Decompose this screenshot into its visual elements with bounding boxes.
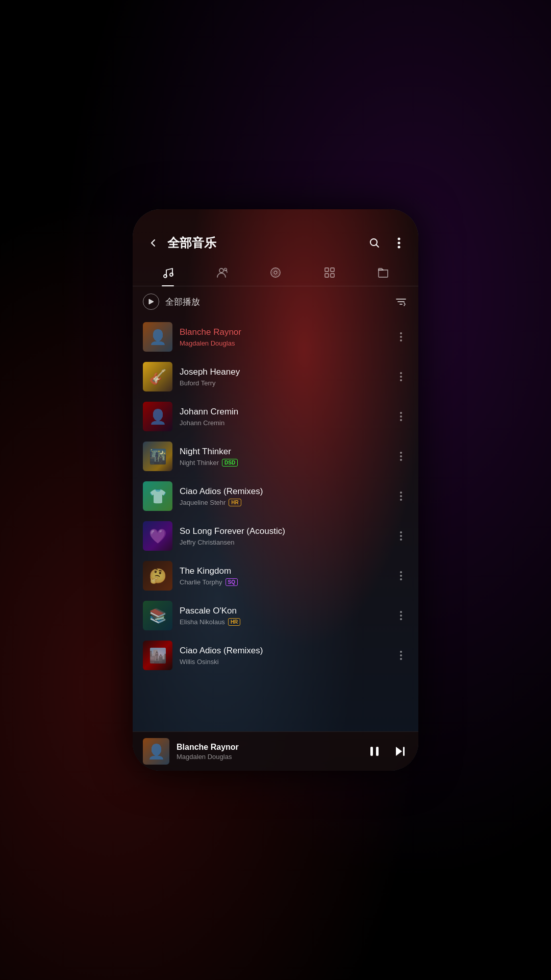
tab-songs[interactable]: [141, 261, 195, 284]
song-artist: Jeffry Christiansen: [180, 538, 234, 546]
svg-rect-17: [403, 747, 405, 756]
song-artist: Jaqueline Stehr: [180, 499, 226, 506]
now-playing-info: Blanche Raynor Magdalen Douglas: [177, 743, 359, 761]
tab-artists[interactable]: [195, 261, 249, 284]
back-button[interactable]: [145, 235, 161, 251]
song-meta: Jeffry Christiansen: [180, 538, 387, 546]
now-playing-bar[interactable]: 👤 Blanche Raynor Magdalen Douglas: [133, 731, 418, 771]
sort-button[interactable]: [394, 295, 408, 309]
song-meta: Elisha Nikolaus HR: [180, 618, 387, 626]
song-title: Night Thinker: [180, 447, 387, 457]
song-thumbnail: 👕: [143, 481, 172, 511]
song-thumbnail: 👤: [143, 322, 172, 352]
song-list: 👤 Blanche Raynor Magdalen Douglas 🎸: [133, 317, 418, 731]
song-thumbnail: 🤔: [143, 561, 172, 591]
svg-rect-16: [376, 747, 379, 756]
song-title: Pascale O'Kon: [180, 606, 387, 616]
song-meta: Charlie Torphy SQ: [180, 578, 387, 586]
song-item[interactable]: 👕 Ciao Adios (Remixes) Jaqueline Stehr H…: [133, 476, 418, 516]
song-item[interactable]: 👤 Blanche Raynor Magdalen Douglas: [133, 317, 418, 357]
svg-point-9: [274, 271, 277, 274]
song-more-button[interactable]: [394, 569, 408, 583]
song-item[interactable]: 🤔 The Kingdom Charlie Torphy SQ: [133, 556, 418, 596]
song-more-button[interactable]: [394, 330, 408, 344]
song-more-button[interactable]: [394, 608, 408, 623]
song-meta: Willis Osinski: [180, 658, 387, 666]
song-meta: Jaqueline Stehr HR: [180, 499, 387, 506]
svg-rect-12: [331, 268, 334, 272]
song-item[interactable]: 💜 So Long Forever (Acoustic) Jeffry Chri…: [133, 516, 418, 556]
now-playing-thumb: 👤: [143, 738, 169, 765]
svg-rect-11: [325, 268, 329, 272]
header-actions: [367, 236, 406, 250]
artist-icon: [214, 265, 229, 280]
svg-rect-15: [370, 747, 373, 756]
song-title: The Kingdom: [180, 566, 387, 576]
song-item[interactable]: 📚 Pascale O'Kon Elisha Nikolaus HR: [133, 596, 418, 635]
song-artist: Johann Cremin: [180, 419, 224, 427]
song-more-button[interactable]: [394, 370, 408, 384]
now-playing-artist: Magdalen Douglas: [177, 753, 359, 761]
song-artist: Buford Terry: [180, 379, 216, 387]
song-meta: Magdalen Douglas: [180, 339, 387, 347]
song-item[interactable]: 🌃 Night Thinker Night Thinker DSD: [133, 436, 418, 476]
song-info: Night Thinker Night Thinker DSD: [180, 447, 387, 467]
svg-point-10: [272, 270, 279, 276]
quality-badge: DSD: [222, 459, 238, 467]
song-artist: Night Thinker: [180, 459, 219, 467]
tab-grid[interactable]: [303, 261, 357, 284]
song-meta: Johann Cremin: [180, 419, 387, 427]
music-note-icon: [161, 265, 175, 280]
svg-point-1: [398, 238, 400, 240]
song-title: Johann Cremin: [180, 407, 387, 417]
now-playing-title: Blanche Raynor: [177, 743, 359, 752]
song-more-button[interactable]: [394, 449, 408, 463]
song-more-button[interactable]: [394, 409, 408, 424]
song-artist: Magdalen Douglas: [180, 339, 235, 347]
tab-bar: [133, 257, 418, 286]
song-info: Johann Cremin Johann Cremin: [180, 407, 387, 427]
next-button[interactable]: [392, 743, 408, 760]
song-item[interactable]: 🏙️ Ciao Adios (Remixes) Willis Osinski: [133, 635, 418, 675]
song-artist: Willis Osinski: [180, 658, 219, 666]
playback-controls: [366, 743, 408, 760]
song-item[interactable]: 🎸 Joseph Heaney Buford Terry: [133, 357, 418, 397]
more-menu-button[interactable]: [392, 236, 406, 250]
song-artist: Charlie Torphy: [180, 578, 222, 586]
tab-albums[interactable]: [248, 261, 303, 284]
song-more-button[interactable]: [394, 648, 408, 663]
play-all-label: 全部播放: [165, 296, 388, 308]
song-more-button[interactable]: [394, 529, 408, 543]
header: 全部音乐: [133, 209, 418, 257]
song-thumbnail: 📚: [143, 601, 172, 630]
song-item[interactable]: 👤 Johann Cremin Johann Cremin: [133, 397, 418, 436]
svg-point-3: [398, 246, 400, 249]
play-all-bar: 全部播放: [133, 286, 418, 317]
svg-rect-14: [331, 274, 334, 277]
song-title: Blanche Raynor: [180, 327, 387, 337]
song-thumbnail: 🏙️: [143, 641, 172, 670]
song-info: Ciao Adios (Remixes) Willis Osinski: [180, 646, 387, 666]
svg-point-4: [164, 275, 167, 278]
quality-badge: SQ: [226, 578, 238, 586]
song-thumbnail: 🎸: [143, 362, 172, 391]
pause-button[interactable]: [366, 743, 383, 760]
tab-folders[interactable]: [356, 261, 410, 284]
song-title: Joseph Heaney: [180, 367, 387, 377]
app-container: 全部音乐: [133, 209, 418, 771]
svg-rect-13: [325, 274, 329, 277]
play-all-button[interactable]: [143, 293, 159, 310]
song-thumbnail: 🌃: [143, 442, 172, 471]
song-thumbnail: 👤: [143, 402, 172, 431]
song-info: Joseph Heaney Buford Terry: [180, 367, 387, 387]
song-more-button[interactable]: [394, 489, 408, 503]
album-icon: [268, 265, 283, 280]
song-artist: Elisha Nikolaus: [180, 618, 225, 626]
song-info: Blanche Raynor Magdalen Douglas: [180, 327, 387, 347]
folder-icon: [376, 265, 390, 280]
song-info: The Kingdom Charlie Torphy SQ: [180, 566, 387, 586]
song-info: So Long Forever (Acoustic) Jeffry Christ…: [180, 526, 387, 546]
search-button[interactable]: [367, 236, 382, 250]
song-title: So Long Forever (Acoustic): [180, 526, 387, 536]
song-info: Ciao Adios (Remixes) Jaqueline Stehr HR: [180, 486, 387, 506]
